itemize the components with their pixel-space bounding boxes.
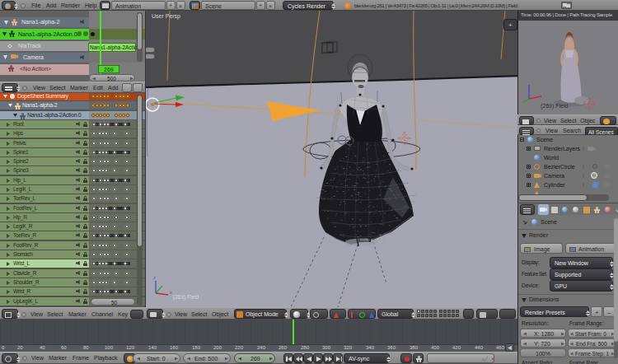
svg-text:z: z bbox=[153, 275, 156, 280]
svg-text:x: x bbox=[170, 290, 172, 295]
